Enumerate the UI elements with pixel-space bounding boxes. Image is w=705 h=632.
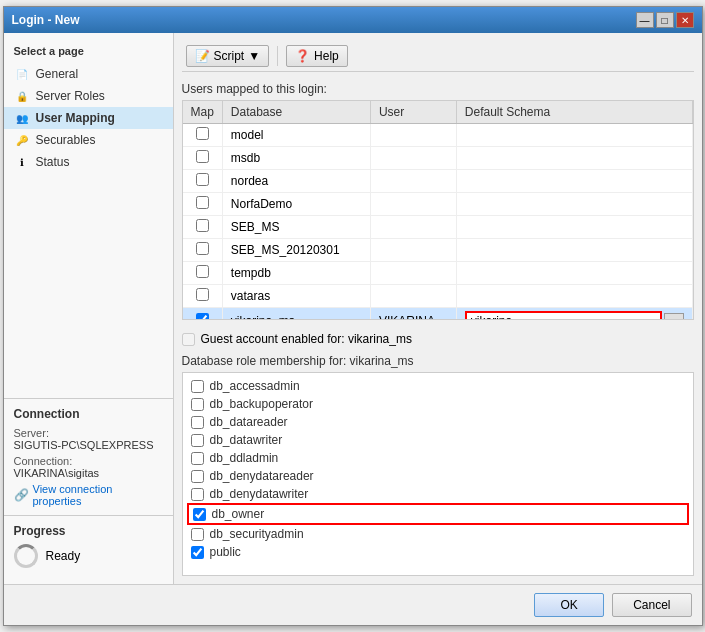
sidebar-item-status-label: Status [36,155,70,169]
bottom-bar: OK Cancel [4,584,702,625]
guest-label: Guest account enabled for: vikarina_ms [201,332,412,346]
role-item[interactable]: db_accessadmin [187,377,689,395]
users-table: Map Database User Default Schema modelms… [183,101,693,320]
table-row[interactable]: NorfaDemo [183,193,693,216]
sidebar-item-general[interactable]: 📄 General [4,63,173,85]
connection-label: Connection: [14,455,163,467]
help-icon: ❓ [295,49,310,63]
sidebar-item-securables[interactable]: 🔑 Securables [4,129,173,151]
map-checkbox[interactable] [196,288,209,301]
table-row[interactable]: model [183,124,693,147]
role-item[interactable]: db_backupoperator [187,395,689,413]
sidebar-item-status[interactable]: ℹ Status [4,151,173,173]
script-button[interactable]: 📝 Script ▼ [186,45,270,67]
login-dialog: Login - New — □ ✕ Select a page 📄 Genera… [3,6,703,626]
sidebar-item-user-mapping[interactable]: 👥 User Mapping [4,107,173,129]
map-checkbox[interactable] [196,127,209,140]
cancel-button[interactable]: Cancel [612,593,691,617]
database-cell: SEB_MS [222,216,370,239]
connection-section: Connection Server: SIGUTIS-PC\SQLEXPRESS… [4,398,173,515]
role-checkbox[interactable] [191,416,204,429]
role-label: db_denydatawriter [210,487,309,501]
status-icon: ℹ [14,154,30,170]
schema-cell [456,170,692,193]
schema-cell [456,216,692,239]
schema-input[interactable] [465,311,663,320]
table-row[interactable]: nordea [183,170,693,193]
table-row[interactable]: SEB_MS_20120301 [183,239,693,262]
role-checkbox[interactable] [191,470,204,483]
server-roles-icon: 🔒 [14,88,30,104]
users-section-label: Users mapped to this login: [182,82,694,96]
help-button[interactable]: ❓ Help [286,45,348,67]
role-checkbox[interactable] [191,546,204,559]
table-row[interactable]: tempdb [183,262,693,285]
connection-value: VIKARINA\sigitas [14,467,163,479]
map-checkbox[interactable] [196,150,209,163]
sidebar: Select a page 📄 General 🔒 Server Roles 👥… [4,33,174,584]
help-label: Help [314,49,339,63]
role-label: db_owner [212,507,265,521]
role-checkbox[interactable] [191,452,204,465]
user-cell [370,262,456,285]
schema-cell [456,124,692,147]
col-schema: Default Schema [456,101,692,124]
table-row[interactable]: msdb [183,147,693,170]
role-item[interactable]: db_datawriter [187,431,689,449]
map-cell [183,147,223,170]
col-database: Database [222,101,370,124]
browse-schema-button[interactable]: ... [664,313,683,320]
map-checkbox[interactable] [196,196,209,209]
guest-checkbox[interactable] [182,333,195,346]
close-button[interactable]: ✕ [676,12,694,28]
server-label: Server: [14,427,163,439]
table-row[interactable]: vataras [183,285,693,308]
map-cell [183,308,223,321]
schema-cell [456,193,692,216]
role-checkbox[interactable] [191,398,204,411]
map-checkbox[interactable] [196,313,209,320]
role-label: db_denydatareader [210,469,314,483]
table-row[interactable]: SEB_MS [183,216,693,239]
ok-button[interactable]: OK [534,593,604,617]
role-item[interactable]: db_denydatareader [187,467,689,485]
map-checkbox[interactable] [196,242,209,255]
maximize-button[interactable]: □ [656,12,674,28]
map-cell [183,216,223,239]
role-label: db_datareader [210,415,288,429]
map-checkbox[interactable] [196,265,209,278]
role-checkbox[interactable] [191,380,204,393]
role-item[interactable]: public [187,543,689,561]
role-checkbox[interactable] [191,488,204,501]
schema-cell [456,262,692,285]
script-dropdown-icon: ▼ [248,49,260,63]
role-item[interactable]: db_securityadmin [187,525,689,543]
role-item[interactable]: db_ddladmin [187,449,689,467]
user-cell [370,239,456,262]
sidebar-item-server-roles[interactable]: 🔒 Server Roles [4,85,173,107]
user-cell [370,285,456,308]
role-item[interactable]: db_datareader [187,413,689,431]
map-cell [183,262,223,285]
role-item[interactable]: db_owner [187,503,689,525]
users-table-container: Map Database User Default Schema modelms… [182,100,694,320]
script-icon: 📝 [195,49,210,63]
schema-cell [456,147,692,170]
role-item[interactable]: db_denydatawriter [187,485,689,503]
map-checkbox[interactable] [196,173,209,186]
view-connection-properties-link[interactable]: 🔗 View connection properties [14,483,163,507]
sidebar-item-securables-label: Securables [36,133,96,147]
server-value: SIGUTIS-PC\SQLEXPRESS [14,439,163,451]
minimize-button[interactable]: — [636,12,654,28]
col-user: User [370,101,456,124]
database-cell: model [222,124,370,147]
database-cell: msdb [222,147,370,170]
role-checkbox[interactable] [191,434,204,447]
role-label: db_securityadmin [210,527,304,541]
map-checkbox[interactable] [196,219,209,232]
database-cell: NorfaDemo [222,193,370,216]
table-row[interactable]: vikarina_msVIKARINA... [183,308,693,321]
map-cell [183,285,223,308]
role-checkbox[interactable] [191,528,204,541]
role-checkbox[interactable] [193,508,206,521]
